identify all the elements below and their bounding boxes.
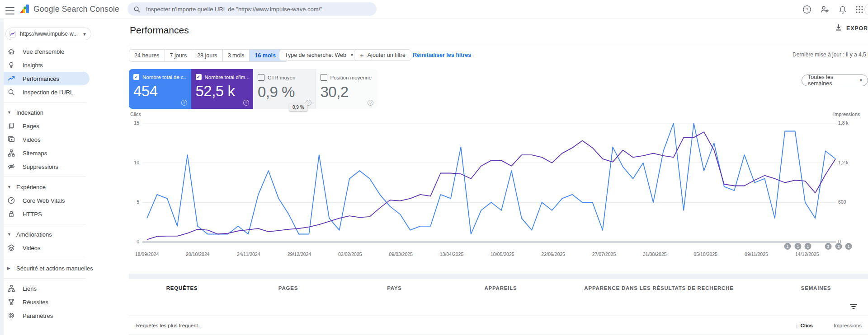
help-circle-icon[interactable]: ? — [243, 100, 249, 106]
property-selector[interactable]: https://www.impulse-w... ▼ — [5, 28, 91, 40]
x-axis-date-label: 13/04/2025 — [440, 251, 464, 257]
annotation-badge[interactable]: 1 — [795, 243, 802, 250]
notifications-icon[interactable] — [838, 5, 848, 14]
search-type-label: Type de recherche: Web — [285, 52, 346, 58]
manage-users-icon[interactable] — [820, 5, 830, 14]
divider — [273, 51, 274, 60]
metric-cards: ✓Nombre total de c...454?✓Nombre total d… — [129, 69, 377, 109]
tab-label: PAYS — [387, 285, 402, 291]
tab-semaines[interactable]: SEMAINES — [764, 279, 868, 297]
export-button[interactable]: EXPORTER — [835, 23, 868, 33]
add-filter-label: Ajouter un filtre — [368, 52, 406, 58]
tab-apparence-dans-les-resultats-de-recherche[interactable]: APPARENCE DANS LES RÉSULTATS DE RECHERCH… — [554, 279, 764, 297]
granularity-label: Toutes les semaines — [808, 74, 855, 87]
sidebar-item-videos[interactable]: Vidéos — [4, 133, 127, 146]
sidebar-item-inspection-de-l-url[interactable]: Inspection de l'URL — [4, 85, 127, 99]
checkbox-unchecked-icon[interactable] — [258, 74, 264, 81]
tab-pages[interactable]: PAGES — [235, 279, 341, 297]
annotation-badge[interactable]: 1 — [845, 243, 852, 250]
sidebar-item-sitemaps[interactable]: Sitemaps — [4, 146, 127, 160]
sidebar-item-https[interactable]: HTTPS — [4, 207, 127, 221]
sidebar-section-ameliorations[interactable]: ▼Améliorations — [4, 228, 127, 241]
range-chip-28-jours[interactable]: 28 jours — [192, 50, 222, 61]
annotation-badge[interactable]: 2 — [835, 243, 842, 250]
dimension-tabs: REQUÊTESPAGESPAYSAPPAREILSAPPARENCE DANS… — [129, 279, 868, 297]
help-circle-icon[interactable]: ? — [181, 100, 187, 106]
metric-card-ctr-moyen[interactable]: CTR moyen0,9 %? — [253, 69, 316, 109]
annotation-badge[interactable]: 3 — [825, 243, 832, 250]
sidebar-section-securite-et-actions-manuelles[interactable]: ▶Sécurité et actions manuelles — [4, 261, 127, 275]
sidebar-item-parametres[interactable]: Paramètres — [4, 309, 127, 322]
panel-gap — [129, 274, 868, 279]
https-icon — [7, 210, 15, 218]
metric-card-position-moyenne[interactable]: Position moyenne30,2? — [316, 69, 378, 109]
url-inspection-searchbar[interactable] — [127, 2, 377, 16]
sidebar-section-indexation[interactable]: ▼Indexation — [4, 106, 127, 119]
sidebar-section-experience[interactable]: ▼Expérience — [4, 180, 127, 194]
sidebar-item-label: Performances — [23, 75, 59, 82]
last-update-text: Dernière mise à jour : il y a 4,5 heures — [793, 51, 868, 58]
menu-icon[interactable] — [5, 5, 14, 13]
section-label: Expérience — [16, 184, 46, 191]
sidebar-item-pages[interactable]: Pages — [4, 119, 127, 133]
caret-down-icon: ▼ — [7, 185, 13, 189]
metric-value: 30,2 — [321, 84, 373, 101]
sitemaps-icon — [7, 149, 15, 157]
divider — [4, 102, 86, 102]
property-url: https://www.impulse-w... — [20, 31, 80, 37]
sidebar-item-insights[interactable]: Insights — [4, 58, 127, 72]
annotation-badge[interactable]: 1 — [805, 243, 811, 250]
metric-card-nombre-total-d-im[interactable]: ✓Nombre total d'im...52,5 k? — [191, 69, 254, 109]
top-app-bar: Google Search Console ? — [0, 0, 868, 19]
tooltip-text: 0,9 % — [292, 105, 304, 110]
avatar[interactable] — [864, 3, 868, 16]
export-label: EXPORTER — [846, 25, 868, 32]
sidebar-item-label: HTTPS — [23, 211, 42, 218]
tab-requetes[interactable]: REQUÊTES — [129, 279, 235, 297]
core-web-vitals-icon — [7, 196, 15, 205]
checkbox-checked-icon[interactable]: ✓ — [196, 74, 202, 80]
apps-grid-icon[interactable] — [854, 5, 864, 14]
divider — [129, 44, 868, 44]
help-icon[interactable]: ? — [802, 5, 812, 14]
x-axis-date-label: 09/03/2025 — [389, 251, 413, 257]
add-filter-chip[interactable]: + Ajouter un filtre — [354, 49, 411, 61]
tab-pays[interactable]: PAYS — [341, 279, 448, 297]
column-header-clicks-sort[interactable]: ↓ Clics — [796, 323, 813, 328]
search-icon — [133, 5, 141, 13]
y-left-tick: 10 — [128, 160, 139, 165]
sidebar-item-performances[interactable]: Performances — [4, 72, 90, 85]
tab-label: APPAREILS — [484, 285, 517, 291]
search-input[interactable] — [145, 5, 377, 13]
sidebar-item-videos[interactable]: Vidéos — [4, 241, 127, 255]
sidebar-item-vue-d-ensemble[interactable]: Vue d'ensemble — [4, 45, 127, 58]
removals-icon — [7, 163, 15, 171]
chevron-down-icon: ▼ — [859, 78, 863, 83]
sidebar-item-core-web-vitals[interactable]: Core Web Vitals — [4, 194, 127, 207]
annotation-badge[interactable]: 1 — [784, 243, 791, 250]
x-axis-date-label: 20/10/2024 — [186, 251, 210, 257]
table-toolbar — [129, 297, 868, 316]
range-chip-7-jours[interactable]: 7 jours — [165, 50, 192, 61]
tab-appareils[interactable]: APPAREILS — [448, 279, 554, 297]
granularity-dropdown[interactable]: Toutes les semaines ▼ — [802, 74, 868, 86]
help-circle-icon[interactable]: ? — [368, 100, 373, 106]
range-chip-3-mois[interactable]: 3 mois — [222, 50, 250, 61]
section-label: Améliorations — [16, 231, 52, 238]
metric-card-nombre-total-de-c[interactable]: ✓Nombre total de c...454? — [129, 69, 191, 109]
filter-icon[interactable] — [849, 302, 858, 311]
divider — [4, 224, 86, 224]
sidebar-item-label: Paramètres — [23, 312, 53, 319]
metric-label: Nombre total d'im... — [205, 74, 249, 80]
sidebar-item-reussites[interactable]: Réussites — [4, 295, 127, 309]
checkbox-unchecked-icon[interactable] — [321, 74, 327, 81]
search-type-chip[interactable]: Type de recherche: Web ▼ — [279, 49, 360, 61]
checkbox-checked-icon[interactable]: ✓ — [133, 74, 139, 80]
reset-filters-link[interactable]: Réinitialiser les filtres — [413, 52, 471, 58]
sidebar-item-suppressions[interactable]: Suppressions — [4, 160, 127, 173]
clicks-label: Clics — [801, 323, 813, 328]
column-header-impressions[interactable]: Impressions — [834, 323, 862, 328]
sidebar-item-liens[interactable]: Liens — [4, 282, 127, 295]
range-chip-24-heures[interactable]: 24 heures — [129, 50, 165, 61]
home-icon — [7, 47, 15, 56]
